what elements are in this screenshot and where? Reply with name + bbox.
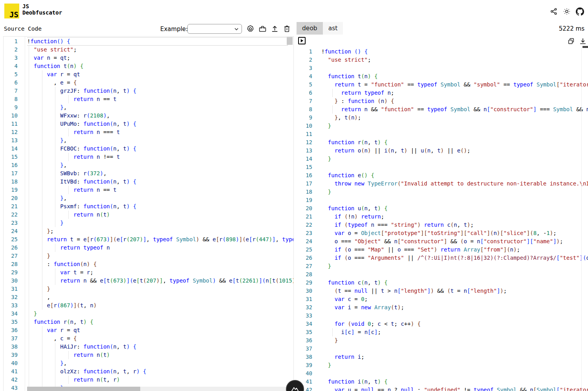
right-editor-code[interactable]: !function () { "use strict"; function t(… xyxy=(321,36,588,391)
code-line[interactable]: return t = "function" == typeof Symbol &… xyxy=(321,81,588,89)
code-line[interactable]: throw new TypeError("Invalid attempt to … xyxy=(321,180,588,188)
code-line[interactable]: } xyxy=(321,262,588,270)
code-line[interactable] xyxy=(321,196,588,204)
deobfuscated-output-editor[interactable]: 1234567891011121314151617181920212223242… xyxy=(298,36,588,391)
code-line[interactable]: if (typeof n === "string") return c(n, t… xyxy=(321,221,588,229)
code-line[interactable]: for (void 0; c < t; c++) { xyxy=(321,320,588,328)
code-line[interactable] xyxy=(321,130,588,138)
code-line[interactable]: return typeof n; xyxy=(321,89,588,97)
code-line[interactable]: var t = r; xyxy=(27,268,293,277)
code-line[interactable]: (t == null || t > n["length"]) && (t = n… xyxy=(321,287,588,295)
code-line[interactable]: var r = qt xyxy=(27,70,293,79)
code-line[interactable]: } xyxy=(27,310,293,318)
code-line[interactable]: } xyxy=(321,188,588,196)
code-line[interactable]: olzXz: function(n, t, r) { xyxy=(27,367,293,376)
left-horizontal-scrollbar-thumb[interactable] xyxy=(27,387,140,391)
left-horizontal-scrollbar[interactable] xyxy=(27,387,293,391)
code-line[interactable]: "use strict"; xyxy=(27,46,293,54)
code-line[interactable] xyxy=(321,163,588,171)
code-line[interactable]: }, xyxy=(27,161,293,169)
code-line[interactable]: i[c] = n[c]; xyxy=(321,328,588,336)
code-line[interactable]: var u = null == n ? null : "undefined" !… xyxy=(321,386,588,391)
code-line[interactable]: function t(n) { xyxy=(27,62,293,70)
share-icon[interactable] xyxy=(550,7,558,16)
code-line[interactable]: } : function (n) { xyxy=(321,97,588,105)
code-line[interactable]: } xyxy=(321,336,588,345)
code-line[interactable]: function r(n, t) { xyxy=(321,138,588,147)
code-line[interactable]: return i; xyxy=(321,353,588,361)
code-line[interactable] xyxy=(321,64,588,72)
code-line[interactable]: , xyxy=(27,293,293,301)
right-scrollbar-thumb[interactable] xyxy=(583,46,588,48)
code-line[interactable]: var i = new Array(t); xyxy=(321,303,588,312)
code-line[interactable]: if (o === "Map" || o === "Set") return A… xyxy=(321,246,588,254)
code-line[interactable]: } xyxy=(321,361,588,369)
code-line[interactable]: UPuMo: function(n, t) { xyxy=(27,120,293,128)
code-line[interactable]: if (o === "Arguments" || /^(?:Ui|I)nt(?:… xyxy=(321,254,588,262)
left-editor-code[interactable]: !function() { "use strict"; var n = qt; … xyxy=(27,37,293,391)
code-line[interactable] xyxy=(321,345,588,353)
code-line[interactable]: return n && e[t(673)](e[t(207)], typeof … xyxy=(27,277,293,285)
code-line[interactable]: e[r(867)](t, n) xyxy=(27,301,293,310)
code-line[interactable]: var r = qt xyxy=(27,326,293,334)
code-line[interactable]: !function() { xyxy=(27,37,293,46)
code-line[interactable]: FCBOC: function(n, t) { xyxy=(27,145,293,153)
code-line[interactable] xyxy=(321,270,588,279)
code-line[interactable]: } xyxy=(27,285,293,293)
settings-icon[interactable] xyxy=(246,24,255,34)
code-line[interactable]: function e() { xyxy=(321,171,588,180)
code-line[interactable]: : function(n) { xyxy=(27,260,293,268)
code-line[interactable]: var o = Object["prototype"]["toString"][… xyxy=(321,229,588,237)
code-line[interactable]: SWBvb: r(372), xyxy=(27,169,293,178)
code-line[interactable]: } xyxy=(27,219,293,227)
code-line[interactable]: o === "Object" && n["constructor"] && (o… xyxy=(321,237,588,246)
code-line[interactable]: return n(t) xyxy=(27,211,293,219)
code-line[interactable]: return n(t, r) xyxy=(27,376,293,384)
code-line[interactable]: function u(n, t) { xyxy=(321,204,588,213)
code-line[interactable]: Psxmf: function(n, t) { xyxy=(27,202,293,211)
trash-icon[interactable] xyxy=(283,24,291,34)
code-line[interactable]: function c(n, t) { xyxy=(321,279,588,287)
code-line[interactable]: WFxxw: r(2108), xyxy=(27,112,293,120)
code-line[interactable]: , c = { xyxy=(27,334,293,343)
left-vertical-scrollbar-thumb[interactable] xyxy=(287,37,293,45)
tab-ast[interactable]: ast xyxy=(323,22,343,35)
code-line[interactable]: function i(n, t) { xyxy=(321,378,588,386)
tab-deob[interactable]: deob xyxy=(297,22,323,35)
code-line[interactable]: !function () { xyxy=(321,48,588,56)
code-line[interactable]: }, xyxy=(27,103,293,112)
code-line[interactable]: var n = qt; xyxy=(27,54,293,62)
code-line[interactable]: function r(n, t) { xyxy=(27,318,293,326)
code-line[interactable]: } xyxy=(27,252,293,260)
code-line[interactable]: return n && "function" == typeof Symbol … xyxy=(321,105,588,114)
code-line[interactable] xyxy=(321,369,588,378)
upload-icon[interactable] xyxy=(271,24,279,34)
code-line[interactable]: var c = 0; xyxy=(321,295,588,303)
code-line[interactable]: , e = { xyxy=(27,79,293,87)
source-code-editor[interactable]: 1234567891011121314151617181920212223242… xyxy=(3,36,294,391)
code-line[interactable]: return o(n) || i(n, t) || u(n, t) || e()… xyxy=(321,147,588,155)
code-line[interactable] xyxy=(321,312,588,320)
code-line[interactable]: function t(n) { xyxy=(321,72,588,81)
code-line[interactable]: "use strict"; xyxy=(321,56,588,64)
code-line[interactable]: return typeof n xyxy=(27,244,293,252)
theme-toggle-icon[interactable] xyxy=(562,7,571,16)
code-line[interactable]: return n(t) xyxy=(27,351,293,359)
code-line[interactable]: return t = e[r(673)](e[r(207)], typeof S… xyxy=(27,235,293,244)
code-line[interactable]: } xyxy=(321,122,588,130)
code-line[interactable]: return n == t xyxy=(27,95,293,103)
code-line[interactable]: }; xyxy=(27,227,293,235)
toolbox-icon[interactable] xyxy=(258,24,267,34)
code-line[interactable]: }, xyxy=(27,359,293,367)
code-line[interactable]: if (!n) return; xyxy=(321,213,588,221)
github-icon[interactable] xyxy=(575,7,584,16)
code-line[interactable]: ItVBd: function(n, t) { xyxy=(27,178,293,186)
code-line[interactable]: } xyxy=(321,155,588,163)
code-line[interactable]: }, t(n); xyxy=(321,114,588,122)
code-line[interactable]: }, xyxy=(27,136,293,145)
code-line[interactable]: }, xyxy=(27,194,293,202)
code-line[interactable]: HAiJr: function(n, t) { xyxy=(27,343,293,351)
code-line[interactable]: return n !== t xyxy=(27,153,293,161)
code-line[interactable]: return n == t xyxy=(27,186,293,194)
code-line[interactable]: grzJF: function(n, t) { xyxy=(27,87,293,95)
